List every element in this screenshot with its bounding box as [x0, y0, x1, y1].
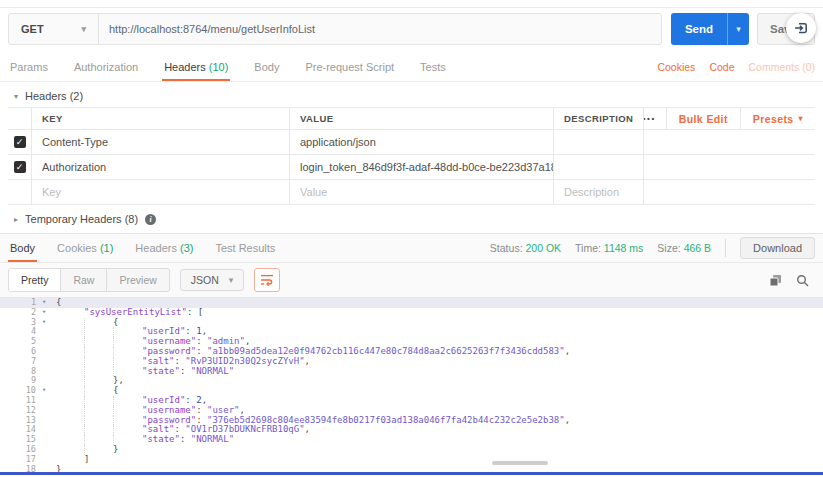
- presets-label: Presets: [753, 113, 794, 125]
- method-label: GET: [21, 23, 44, 35]
- code-line: 14"salt": "OV1rD37bDUKNcFRB10qG",: [0, 425, 823, 435]
- indent-guide: [56, 357, 84, 367]
- column-key: KEY: [32, 108, 290, 129]
- header-value-cell[interactable]: login_token_846d9f3f-adaf-48dd-b0ce-be22…: [290, 155, 554, 179]
- checkbox-cell[interactable]: ✓: [8, 130, 32, 154]
- download-button[interactable]: Download: [740, 237, 815, 259]
- wrap-text-button[interactable]: [254, 268, 280, 292]
- code-line: 16}: [0, 445, 823, 455]
- indent-guide: [56, 376, 84, 386]
- token: "NORMAL": [191, 367, 234, 377]
- line-gutter: 3▾: [0, 318, 56, 328]
- indent-guide: [84, 386, 113, 396]
- tab-label: Params: [10, 61, 48, 73]
- code-link[interactable]: Code: [709, 61, 734, 73]
- tab-label: Test Results: [215, 242, 275, 254]
- send-group: Send ▾: [671, 13, 749, 45]
- postman-app: GET ▾ Send ▾ Save ParamsAuthorizationHea…: [0, 0, 823, 477]
- tab-body[interactable]: Body: [8, 234, 37, 262]
- format-label: JSON: [191, 274, 219, 286]
- tab-body[interactable]: Body: [252, 52, 281, 81]
- view-mode-preview[interactable]: Preview: [107, 269, 168, 291]
- tab-authorization[interactable]: Authorization: [72, 52, 140, 81]
- request-tabs: ParamsAuthorizationHeaders (10)BodyPre-r…: [8, 52, 448, 81]
- fold-toggle-icon[interactable]: ▾: [36, 308, 52, 318]
- view-mode-pretty[interactable]: Pretty: [9, 269, 61, 291]
- indent-guide: [56, 396, 84, 406]
- view-mode-switch: PrettyRawPreview: [8, 268, 170, 292]
- checkbox-checked-icon[interactable]: ✓: [14, 161, 26, 173]
- header-value-cell[interactable]: application/json: [290, 130, 554, 154]
- indent-guide: [84, 416, 113, 426]
- tab-headers[interactable]: Headers (10): [162, 52, 230, 81]
- copy-icon[interactable]: [769, 274, 782, 287]
- indent-guide: [113, 347, 142, 357]
- indent-guide: [56, 406, 84, 416]
- size-meta: Size: 466 B: [657, 242, 711, 254]
- bulk-edit-label: Bulk Edit: [679, 113, 728, 125]
- overlay-badge[interactable]: [786, 13, 816, 43]
- tab-params[interactable]: Params: [8, 52, 50, 81]
- token: {: [113, 386, 118, 396]
- fold-toggle-icon[interactable]: ▾: [36, 386, 52, 396]
- token: ,: [565, 416, 570, 426]
- tab-label: Authorization: [74, 61, 138, 73]
- send-button[interactable]: Send: [671, 13, 727, 45]
- header-description-cell[interactable]: [554, 130, 644, 154]
- header-key-cell[interactable]: Content-Type: [32, 130, 290, 154]
- tab-test-results[interactable]: Test Results: [213, 234, 277, 262]
- value-input[interactable]: Value: [290, 180, 554, 204]
- temporary-headers-toggle[interactable]: ▸ Temporary Headers (8) i: [0, 205, 823, 234]
- bottom-accent-bar: [0, 472, 823, 475]
- token: }: [113, 445, 118, 455]
- tab-tests[interactable]: Tests: [418, 52, 448, 81]
- cookies-link[interactable]: Cookies: [657, 61, 695, 73]
- key-input[interactable]: Key: [32, 180, 290, 204]
- comments-0-link[interactable]: Comments (0): [748, 61, 815, 73]
- presets-dropdown[interactable]: Presets ▾: [740, 108, 815, 129]
- description-input[interactable]: Description: [554, 180, 644, 204]
- horizontal-scrollbar-thumb[interactable]: [492, 461, 548, 465]
- send-options-caret[interactable]: ▾: [727, 13, 749, 45]
- search-icon[interactable]: [796, 274, 809, 287]
- chevron-down-icon: ▾: [229, 276, 234, 285]
- line-gutter: 7: [0, 357, 56, 367]
- more-options-icon[interactable]: •••: [644, 114, 666, 123]
- fold-toggle-icon[interactable]: ▾: [36, 318, 52, 328]
- line-gutter: 4: [0, 327, 56, 337]
- line-content: ]: [56, 455, 89, 465]
- meta-value: 1148 ms: [604, 242, 644, 254]
- meta-value: 466 B: [684, 242, 711, 254]
- meta-label: Size:: [657, 242, 683, 254]
- url-group: GET ▾: [8, 13, 662, 45]
- method-select[interactable]: GET ▾: [9, 14, 99, 44]
- fold-toggle-icon[interactable]: ▾: [36, 298, 52, 308]
- checkbox-cell[interactable]: ✓: [8, 155, 32, 179]
- header-description-cell[interactable]: [554, 155, 644, 179]
- line-content: "state": "NORMAL": [56, 435, 234, 445]
- view-mode-raw[interactable]: Raw: [61, 269, 107, 291]
- tab-headers[interactable]: Headers (3): [133, 234, 195, 262]
- line-content: {: [56, 386, 118, 396]
- code-line: 6"password": "a1bb09ad5dea12e0f94762cb11…: [0, 347, 823, 357]
- token: {: [113, 318, 118, 328]
- header-key-cell[interactable]: Authorization: [32, 155, 290, 179]
- checkbox-checked-icon[interactable]: ✓: [14, 136, 26, 148]
- tab-label: Body: [254, 61, 279, 73]
- url-input[interactable]: [99, 14, 661, 44]
- format-select[interactable]: JSON ▾: [180, 269, 245, 291]
- indent-guide: [56, 318, 84, 328]
- code-line: 11"userId": 2,: [0, 396, 823, 406]
- bulk-edit-link[interactable]: Bulk Edit: [666, 108, 740, 129]
- indent-guide: [84, 435, 113, 445]
- tab-pre-request-script[interactable]: Pre-request Script: [303, 52, 396, 81]
- headers-section-toggle[interactable]: ▾ Headers (2): [0, 82, 823, 107]
- info-icon[interactable]: i: [145, 214, 156, 225]
- response-body-viewer[interactable]: 1▾{2▾"sysUserEntityList": [3▾{4"userId":…: [0, 298, 823, 475]
- line-content: {: [56, 298, 61, 308]
- indent-guide: [56, 445, 84, 455]
- token: : [: [187, 308, 203, 318]
- table-body: ✓Content-Typeapplication/json✓Authorizat…: [8, 130, 815, 205]
- tab-cookies[interactable]: Cookies (1): [55, 234, 115, 262]
- indent-guide: [56, 416, 84, 426]
